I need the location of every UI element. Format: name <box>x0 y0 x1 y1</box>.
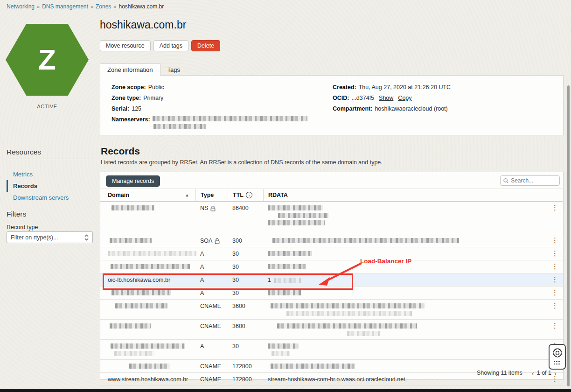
record-rdata-cell <box>263 340 547 359</box>
row-kebab-menu-icon[interactable]: ⋮ <box>551 288 558 296</box>
row-kebab-menu-icon[interactable]: ⋮ <box>551 301 558 309</box>
row-kebab-menu-icon[interactable]: ⋮ <box>551 262 558 270</box>
zone-badge-letter: Z <box>38 45 56 74</box>
tab-zone-information[interactable]: Zone information <box>100 63 160 76</box>
breadcrumb-link-networking[interactable]: Networking <box>7 3 35 10</box>
column-header-ttl[interactable]: TTLi <box>228 189 263 201</box>
record-type-cell: A <box>195 260 228 271</box>
serial-field: Serial:125 <box>111 105 307 112</box>
ocid-copy-link[interactable]: Copy <box>398 95 411 101</box>
redacted-text <box>268 251 312 256</box>
sidebar-item-downstream-servers[interactable]: Downstream servers <box>7 192 93 203</box>
select-updown-icon <box>84 234 89 241</box>
delete-button[interactable]: Delete <box>191 40 220 51</box>
table-row[interactable]: CNAME3600⋮ <box>100 300 563 320</box>
zone-scope-field: Zone scope:Public <box>111 84 307 91</box>
nameservers-redacted-value <box>153 116 307 132</box>
record-actions-cell: ⋮ <box>547 300 563 309</box>
record-domain-cell <box>100 340 195 359</box>
search-box[interactable] <box>500 175 560 186</box>
window-bottom-edge <box>0 389 571 392</box>
record-ttl-cell: 3600 <box>228 300 263 310</box>
redacted-text <box>111 290 171 295</box>
record-type-label: Record type <box>7 224 38 231</box>
record-ttl-cell: 30 <box>228 260 263 271</box>
record-domain-cell <box>100 260 195 273</box>
table-row[interactable]: A30⋮ <box>100 340 563 360</box>
sort-asc-icon[interactable]: ▲ <box>185 193 189 197</box>
record-domain-cell <box>100 234 195 246</box>
redacted-text <box>268 264 306 269</box>
redacted-text <box>272 351 290 356</box>
record-ttl-cell: 30 <box>228 247 263 258</box>
row-kebab-menu-icon[interactable]: ⋮ <box>551 322 558 329</box>
row-kebab-menu-icon[interactable]: ⋮ <box>551 275 558 283</box>
records-table-body: NS86400⋮SOA300⋮A30⋮A30⋮oic-lb.hoshikawa.… <box>100 202 563 386</box>
record-type-select[interactable]: Filter on rtype(s)... <box>7 231 93 243</box>
record-domain-cell <box>100 300 195 312</box>
ocid-field: OCID:...d374f5 Show Copy <box>333 95 451 101</box>
created-field: Created:Thu, Aug 27, 2020 at 21:26:20 UT… <box>333 84 451 91</box>
help-lifering-icon[interactable] <box>552 348 563 358</box>
record-type-cell: A <box>195 340 228 350</box>
records-table-header: Domain▲ Type TTLi RDATA <box>100 189 563 202</box>
redacted-text <box>268 343 299 349</box>
row-kebab-menu-icon[interactable]: ⋮ <box>551 249 558 257</box>
row-kebab-menu-icon[interactable]: ⋮ <box>551 236 558 244</box>
sidebar-item-metrics[interactable]: Metrics <box>7 168 93 180</box>
redacted-text <box>111 343 185 349</box>
table-row[interactable]: CNAME3600⋮ <box>100 320 563 340</box>
ocid-show-link[interactable]: Show <box>379 95 393 101</box>
breadcrumb-link-zones[interactable]: Zones <box>96 3 111 10</box>
apps-grid-icon[interactable] <box>554 361 561 366</box>
search-input[interactable] <box>511 177 557 184</box>
tab-tags[interactable]: Tags <box>160 63 187 76</box>
table-row[interactable]: A30⋮ <box>100 287 563 300</box>
record-actions-cell: ⋮ <box>547 287 563 296</box>
vertical-scrollbar[interactable] <box>567 85 570 386</box>
ttl-info-icon[interactable]: i <box>246 192 252 198</box>
record-rdata-cell <box>263 234 547 246</box>
record-domain-cell: oic-lb.hoshikawa.com.br <box>100 273 195 284</box>
record-actions-cell: ⋮ <box>547 260 563 270</box>
record-type-cell: A <box>195 273 228 284</box>
zone-status-hexagon-icon: Z <box>6 24 89 96</box>
manage-records-button[interactable]: Manage records <box>106 175 160 187</box>
column-header-domain[interactable]: Domain▲ <box>100 189 195 201</box>
record-domain-cell <box>100 202 195 214</box>
breadcrumb-link-dns-management[interactable]: DNS management <box>42 3 88 10</box>
add-tags-button[interactable]: Add tags <box>153 40 188 51</box>
column-header-type[interactable]: Type <box>195 189 228 201</box>
redacted-text <box>268 290 301 295</box>
redacted-text <box>111 205 154 210</box>
record-ttl-cell: 30 <box>228 273 263 284</box>
tab-bar: Zone information Tags <box>100 63 187 76</box>
table-row[interactable]: SOA300⋮ <box>100 234 563 247</box>
row-kebab-menu-icon[interactable]: ⋮ <box>551 203 558 211</box>
resources-section-title: Resources <box>7 148 93 156</box>
column-header-rdata[interactable]: RDATA <box>263 189 547 201</box>
breadcrumb-current: hoshikawa.com.br <box>118 3 164 10</box>
redacted-text <box>111 264 190 269</box>
redacted-text <box>272 238 459 243</box>
record-type-cell: A <box>195 287 228 297</box>
record-ttl-cell: 30 <box>228 287 263 297</box>
floating-utility-widget <box>549 344 566 370</box>
record-type-cell: NS <box>195 202 228 212</box>
table-row[interactable]: NS86400⋮ <box>100 202 563 234</box>
sidebar-item-records[interactable]: Records <box>7 180 93 192</box>
record-ttl-cell: 30 <box>228 340 263 350</box>
record-rdata-cell <box>263 202 547 229</box>
table-row[interactable]: A30⋮ <box>100 247 563 260</box>
record-rdata-cell <box>263 287 547 299</box>
move-resource-button[interactable]: Move resource <box>100 40 151 51</box>
next-page-chevron-icon[interactable]: › <box>552 370 558 377</box>
redacted-text <box>153 116 307 121</box>
record-domain-cell <box>100 320 195 332</box>
table-row[interactable]: oic-lb.hoshikawa.com.brA301⋮ <box>100 273 563 287</box>
previous-page-chevron-icon[interactable]: ‹ <box>530 370 536 377</box>
record-actions-cell: ⋮ <box>547 247 563 257</box>
table-row[interactable]: A30⋮ <box>100 260 563 273</box>
record-rdata-cell <box>263 300 547 319</box>
redacted-text <box>115 303 167 308</box>
